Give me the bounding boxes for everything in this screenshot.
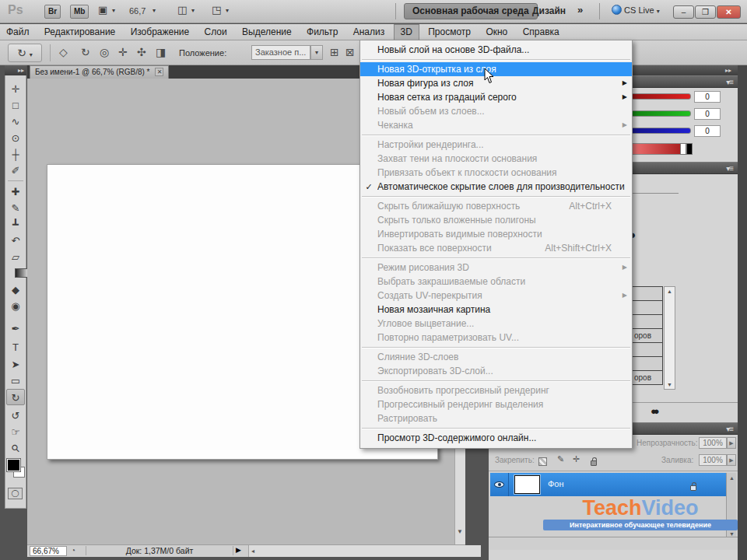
zoom-dropdown-icon[interactable]: ▾ bbox=[153, 7, 156, 14]
pen-tool-button[interactable]: ✒ bbox=[6, 320, 25, 337]
path-selection-tool-button[interactable]: ➤ bbox=[6, 356, 25, 373]
scroll-up-icon[interactable]: ▲ bbox=[667, 289, 672, 294]
menu-item-merge-3d-layers[interactable]: Слияние 3D-слоев bbox=[360, 350, 632, 364]
menu-item-auto-hide-layers[interactable]: ✓Автоматическое скрытие слоев для произв… bbox=[360, 180, 632, 194]
menu-item-new-3d-postcard-from-layer[interactable]: Новая 3D-открытка из слоя bbox=[360, 62, 632, 76]
zoom-level-value[interactable]: 66,7 bbox=[129, 6, 146, 16]
3d-slide-icon[interactable]: ✣ bbox=[137, 46, 146, 58]
panel-menu-icon[interactable]: ▾≡ bbox=[726, 78, 733, 86]
view-extras-dropdown-icon[interactable]: ▾ bbox=[112, 7, 115, 14]
panel-footer-icons[interactable]: ●● bbox=[651, 405, 657, 417]
3d-object-rotate-tool-button[interactable]: ↻ bbox=[6, 389, 25, 405]
menu-item-paint-falloff[interactable]: Угловое выцветание... bbox=[360, 317, 632, 331]
tab-close-icon[interactable]: ✕ bbox=[155, 68, 163, 76]
eraser-tool-button[interactable]: ▱ bbox=[6, 249, 25, 265]
menu-item-reparameterize-uv[interactable]: Повторно параметризовать UV... bbox=[360, 331, 632, 345]
menu-item-browse-3d-content-online[interactable]: Просмотр 3D-содержимого онлайн... bbox=[360, 431, 632, 445]
healing-brush-tool-button[interactable]: ✚ bbox=[6, 184, 25, 200]
clone-stamp-tool-button[interactable]: ┻ bbox=[6, 216, 25, 233]
lock-paint-icon[interactable]: ✎ bbox=[557, 454, 564, 464]
menu-item-select-paintable-areas[interactable]: Выбрать закрашиваемые области bbox=[360, 275, 632, 289]
delete-view-icon[interactable]: ⊠ bbox=[345, 46, 355, 58]
workspace-button-active[interactable]: Основная рабочая среда bbox=[404, 3, 538, 19]
menu-item-new-shape-from-layer[interactable]: Новая фигура из слоя▶ bbox=[360, 76, 632, 90]
menu-item-new-layer-from-3d-file[interactable]: Новый слой на основе 3D-файла... bbox=[360, 43, 632, 57]
brush-tool-button[interactable]: ✎ bbox=[6, 200, 25, 216]
menu-item-snap-object-to-ground[interactable]: Привязать объект к плоскости основания bbox=[360, 166, 632, 180]
menu-item-new-tiled-painting[interactable]: Новая мозаичная картина bbox=[360, 303, 632, 317]
arrange-documents-icon[interactable]: ◫ bbox=[177, 4, 187, 16]
menu-filter[interactable]: Фильтр bbox=[300, 24, 344, 40]
panel-menu-icon[interactable]: ▾≡ bbox=[726, 425, 733, 433]
tools-panel-collapse[interactable]: ▸▸ bbox=[5, 65, 26, 75]
maximize-button[interactable]: ❐ bbox=[695, 5, 716, 19]
marquee-tool-button[interactable]: □ bbox=[6, 97, 25, 114]
minimize-button[interactable]: – bbox=[673, 5, 694, 19]
horizontal-scrollbar[interactable]: ◂ bbox=[248, 545, 481, 557]
foreground-color-swatch[interactable] bbox=[7, 459, 20, 471]
mini-bridge-button[interactable]: Mb bbox=[70, 5, 89, 19]
opacity-field[interactable]: 100% bbox=[699, 437, 727, 449]
menu-image[interactable]: Изображение bbox=[124, 24, 196, 40]
menu-window[interactable]: Окно bbox=[479, 24, 514, 40]
screen-mode-icon[interactable]: ◳ bbox=[212, 4, 221, 16]
layer-thumbnail[interactable] bbox=[514, 475, 540, 494]
ramp-black-swatch[interactable] bbox=[686, 143, 693, 155]
crop-tool-button[interactable]: ┼ bbox=[6, 146, 25, 163]
list-scrollbar[interactable]: ▲▼ bbox=[664, 286, 675, 390]
scroll-down-icon[interactable]: ▼ bbox=[667, 382, 672, 387]
document-tab[interactable]: Без имени-1 @ 66,7% (RGB/8) *✕ bbox=[30, 65, 169, 79]
3d-roll-icon[interactable]: ◎ bbox=[100, 46, 109, 58]
red-value-field[interactable]: 0 bbox=[694, 91, 721, 103]
menu-file[interactable]: Файл bbox=[0, 24, 36, 40]
menu-item-export-3d-layer[interactable]: Экспортировать 3D-слой... bbox=[360, 364, 632, 378]
panel-menu-icon[interactable]: ▾≡ bbox=[726, 164, 733, 173]
ramp-white-swatch[interactable] bbox=[680, 143, 686, 155]
position-select[interactable]: Заказное п... bbox=[251, 45, 310, 60]
screen-mode-dropdown-icon[interactable]: ▾ bbox=[226, 7, 229, 14]
menu-item-repousse[interactable]: Чеканка▶ bbox=[360, 118, 632, 132]
scroll-left-icon[interactable]: ◂ bbox=[251, 548, 254, 555]
cs-live-button[interactable]: CS Live ▾ bbox=[612, 5, 660, 19]
gradient-tool-button[interactable] bbox=[6, 265, 25, 282]
menu-item-invert-visible-surfaces[interactable]: Инвертировать видимые поверхности bbox=[360, 227, 632, 241]
quick-selection-tool-button[interactable]: ⊙ bbox=[6, 130, 25, 146]
lock-all-icon[interactable] bbox=[587, 456, 601, 470]
dodge-tool-button[interactable]: ◉ bbox=[6, 298, 25, 314]
menu-item-resume-progressive-render[interactable]: Возобновить прогрессивный рендеринг bbox=[360, 383, 632, 397]
scroll-down-icon[interactable]: ▼ bbox=[729, 531, 735, 537]
menu-item-3d-paint-mode[interactable]: Режим рисования 3D▶ bbox=[360, 261, 632, 275]
scroll-up-icon[interactable]: ▲ bbox=[729, 475, 735, 481]
position-dropdown-icon[interactable]: ▾ bbox=[310, 45, 323, 60]
menu-item-new-mesh-from-grayscale[interactable]: Новая сетка из градаций серого▶ bbox=[360, 90, 632, 104]
menu-item-new-volume-from-layers[interactable]: Новый объем из слоев... bbox=[360, 104, 632, 118]
view-extras-icon[interactable]: ▣ bbox=[98, 4, 107, 16]
type-tool-button[interactable]: T bbox=[6, 339, 25, 355]
history-brush-tool-button[interactable]: ↶ bbox=[6, 233, 25, 249]
3d-pan-icon[interactable]: ✛ bbox=[118, 46, 128, 58]
3d-rotate-icon[interactable]: ↻ bbox=[81, 46, 90, 58]
menu-layers[interactable]: Слои bbox=[198, 24, 233, 40]
rectangle-tool-button[interactable]: ▭ bbox=[6, 373, 25, 389]
lasso-tool-button[interactable]: ∿ bbox=[6, 114, 25, 130]
menu-item-reveal-all-surfaces[interactable]: Показать все поверхностиAlt+Shift+Ctrl+X bbox=[360, 241, 632, 255]
save-view-icon[interactable]: ⊞ bbox=[330, 46, 339, 58]
bridge-button[interactable]: Br bbox=[44, 5, 61, 19]
status-flyout-icon[interactable]: ▶ bbox=[236, 546, 241, 554]
move-tool-button[interactable]: ✛ bbox=[6, 81, 25, 97]
menu-select[interactable]: Выделение bbox=[236, 24, 298, 40]
quick-mask-button[interactable]: ◯ bbox=[8, 488, 23, 499]
menu-analysis[interactable]: Анализ bbox=[347, 24, 391, 40]
menu-view[interactable]: Просмотр bbox=[422, 24, 477, 40]
current-tool-icon[interactable]: ↻ ▾ bbox=[8, 44, 42, 62]
lock-transparency-icon[interactable] bbox=[535, 454, 550, 468]
green-value-field[interactable]: 0 bbox=[694, 108, 721, 120]
menu-item-hide-enclosed-polygons[interactable]: Скрыть только вложенные полигоны bbox=[360, 213, 632, 227]
layer-row-background[interactable]: Фон bbox=[490, 473, 727, 496]
status-zoom-field[interactable]: 66,67% bbox=[30, 546, 67, 556]
menu-item-progressive-render-selection[interactable]: Прогрессивный рендеринг выделения bbox=[360, 397, 632, 411]
workspace-overflow-button[interactable]: » bbox=[577, 4, 583, 16]
lock-position-icon[interactable]: ✛ bbox=[573, 454, 580, 464]
scroll-down-icon[interactable]: ▼ bbox=[457, 528, 463, 535]
menu-3d[interactable]: 3D bbox=[394, 24, 419, 40]
